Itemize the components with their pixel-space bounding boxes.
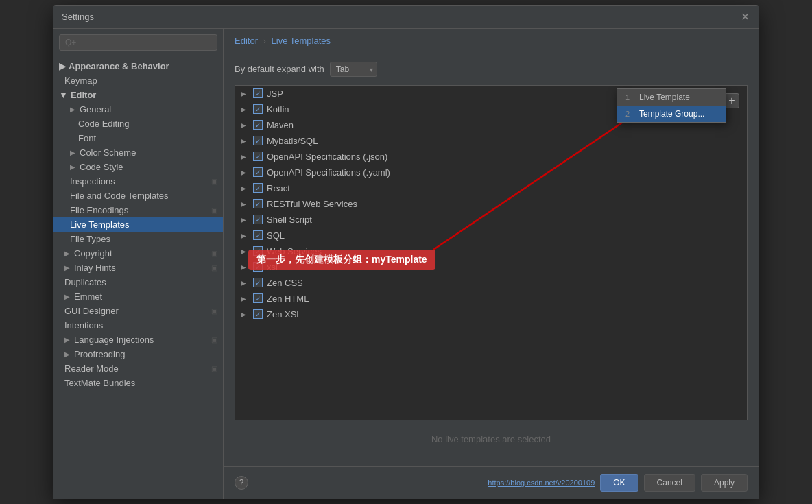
search-input[interactable] xyxy=(59,34,217,51)
close-button[interactable]: ✕ xyxy=(739,12,750,23)
sidebar-item-editor[interactable]: ▼ Editor xyxy=(53,88,223,102)
breadcrumb-separator: › xyxy=(263,36,266,46)
template-group-zen-html[interactable]: ▶ ✓ Zen HTML xyxy=(235,291,747,307)
group-checkbox[interactable]: ✓ xyxy=(253,167,263,177)
chevron-right-icon8: ▶ xyxy=(64,336,71,344)
group-chevron: ▶ xyxy=(241,279,249,287)
group-chevron: ▶ xyxy=(241,216,249,224)
template-group-openapi-json[interactable]: ▶ ✓ OpenAPI Specifications (.json) xyxy=(235,149,747,165)
template-group-web-services[interactable]: ▶ ✓ Web Services xyxy=(235,243,747,259)
no-selection-panel: No live templates are selected xyxy=(235,420,748,458)
template-group-sql[interactable]: ▶ ✓ SQL xyxy=(235,228,747,243)
group-checkbox[interactable]: ✓ xyxy=(253,199,263,208)
group-checkbox[interactable]: ✓ xyxy=(253,152,263,161)
toolbar-row: By default expand with Tab Enter Space xyxy=(235,62,748,77)
template-group-zen-css[interactable]: ▶ ✓ Zen CSS xyxy=(235,275,747,291)
gui-icon: ▣ xyxy=(211,307,217,315)
group-checkbox[interactable]: ✓ xyxy=(253,104,263,114)
copyright-icon: ▣ xyxy=(211,250,217,257)
bottom-bar: ? https://blog.csdn.net/v20200109 OK Can… xyxy=(224,466,759,499)
template-group-mybatis[interactable]: ▶ ✓ Mybatis/SQL xyxy=(235,133,747,149)
popup-item-live-template[interactable]: 1 Live Template xyxy=(617,89,726,106)
group-chevron: ▶ xyxy=(241,137,249,145)
template-group-xsl[interactable]: ▶ ✓ xsl xyxy=(235,259,747,275)
sidebar-item-reader-mode[interactable]: Reader Mode ▣ xyxy=(53,361,223,376)
template-group-shell[interactable]: ▶ ✓ Shell Script xyxy=(235,212,747,228)
group-chevron: ▶ xyxy=(241,295,249,302)
expand-dropdown[interactable]: Tab Enter Space xyxy=(330,62,377,77)
sidebar-item-file-types[interactable]: File Types xyxy=(53,232,223,246)
sidebar-item-code-style[interactable]: ▶ Code Style xyxy=(53,160,223,174)
add-template-button[interactable]: + xyxy=(724,93,739,108)
group-checkbox[interactable]: ✓ xyxy=(253,215,263,224)
sidebar-item-gui-designer[interactable]: GUI Designer ▣ xyxy=(53,304,223,318)
chevron-right-icon6: ▶ xyxy=(64,264,71,272)
sidebar-item-textmate[interactable]: TextMate Bundles xyxy=(53,376,223,390)
sidebar-item-intentions[interactable]: Intentions xyxy=(53,318,223,333)
chevron-down-icon: ▼ xyxy=(59,90,68,100)
sidebar-item-duplicates[interactable]: Duplicates xyxy=(53,275,223,289)
sidebar-item-language-injections[interactable]: ▶ Language Injections ▣ xyxy=(53,333,223,347)
group-checkbox[interactable]: ✓ xyxy=(253,120,263,130)
group-checkbox[interactable]: ✓ xyxy=(253,293,263,303)
templates-panel: + 1 Live Template 2 Template Gr xyxy=(235,85,748,458)
sidebar-item-copyright[interactable]: ▶ Copyright ▣ xyxy=(53,246,223,261)
sidebar-item-inspections[interactable]: Inspections ▣ xyxy=(53,174,223,189)
help-button[interactable]: ? xyxy=(235,476,248,490)
sidebar-item-code-editing[interactable]: Code Editing xyxy=(53,117,223,131)
group-checkbox[interactable]: ✓ xyxy=(253,88,263,98)
popup-item-number-1: 1 xyxy=(625,93,635,101)
sidebar-item-proofreading[interactable]: ▶ Proofreading xyxy=(53,347,223,361)
popup-item-number-2: 2 xyxy=(625,110,635,118)
breadcrumb-parent: Editor xyxy=(235,36,258,46)
sidebar-item-emmet[interactable]: ▶ Emmet xyxy=(53,289,223,304)
group-checkbox[interactable]: ✓ xyxy=(253,136,263,145)
group-chevron: ▶ xyxy=(241,90,249,97)
group-chevron: ▶ xyxy=(241,248,249,255)
dialog-body: ▶ Appearance & Behavior Keymap ▼ Editor … xyxy=(53,29,759,499)
sidebar-item-inlay-hints[interactable]: ▶ Inlay Hints ▣ xyxy=(53,261,223,275)
add-dropdown-popup: 1 Live Template 2 Template Group... xyxy=(617,88,726,123)
template-group-zen-xsl[interactable]: ▶ ✓ Zen XSL xyxy=(235,307,747,322)
group-checkbox[interactable]: ✓ xyxy=(253,230,263,240)
ok-button[interactable]: OK xyxy=(600,474,638,492)
reader-icon: ▣ xyxy=(211,365,217,372)
sidebar-item-file-code-templates[interactable]: File and Code Templates xyxy=(53,189,223,203)
chevron-right-icon3: ▶ xyxy=(70,149,77,156)
apply-button[interactable]: Apply xyxy=(701,474,748,492)
group-chevron: ▶ xyxy=(241,169,249,176)
group-checkbox[interactable]: ✓ xyxy=(253,246,263,256)
main-content: Editor › Live Templates By default expan… xyxy=(224,29,759,499)
expand-dropdown-wrapper: Tab Enter Space xyxy=(330,62,377,77)
sidebar-item-keymap[interactable]: Keymap xyxy=(53,73,223,88)
group-chevron: ▶ xyxy=(241,153,249,160)
template-group-openapi-yaml[interactable]: ▶ ✓ OpenAPI Specifications (.yaml) xyxy=(235,165,747,180)
template-group-restful[interactable]: ▶ ✓ RESTful Web Services xyxy=(235,196,747,212)
group-chevron: ▶ xyxy=(241,200,249,208)
lang-icon: ▣ xyxy=(211,336,217,344)
group-checkbox[interactable]: ✓ xyxy=(253,262,263,272)
sidebar-item-appearance[interactable]: ▶ Appearance & Behavior xyxy=(53,59,223,73)
title-bar: Settings ✕ xyxy=(53,6,759,29)
template-group-react[interactable]: ▶ ✓ React xyxy=(235,180,747,196)
no-templates-message: No live templates are selected xyxy=(418,420,564,458)
sidebar-item-file-encodings[interactable]: File Encodings ▣ xyxy=(53,203,223,217)
chevron-right-icon4: ▶ xyxy=(70,163,77,171)
group-checkbox[interactable]: ✓ xyxy=(253,309,263,319)
group-chevron: ▶ xyxy=(241,232,249,239)
group-chevron: ▶ xyxy=(241,311,249,318)
sidebar-item-live-templates[interactable]: Live Templates xyxy=(53,217,223,232)
group-chevron: ▶ xyxy=(241,121,249,129)
cancel-button[interactable]: Cancel xyxy=(644,474,695,492)
popup-item-template-group[interactable]: 2 Template Group... xyxy=(617,106,726,122)
sidebar-item-font[interactable]: Font xyxy=(53,131,223,145)
sidebar-item-color-scheme[interactable]: ▶ Color Scheme xyxy=(53,145,223,160)
expand-label: By default expand with xyxy=(235,64,324,74)
breadcrumb-current: Live Templates xyxy=(272,36,331,46)
chevron-right-icon7: ▶ xyxy=(64,293,71,300)
nav-tree: ▶ Appearance & Behavior Keymap ▼ Editor … xyxy=(53,56,223,499)
sidebar-item-general[interactable]: ▶ General xyxy=(53,102,223,117)
group-checkbox[interactable]: ✓ xyxy=(253,183,263,193)
encoding-icon: ▣ xyxy=(211,206,217,214)
group-checkbox[interactable]: ✓ xyxy=(253,278,263,287)
